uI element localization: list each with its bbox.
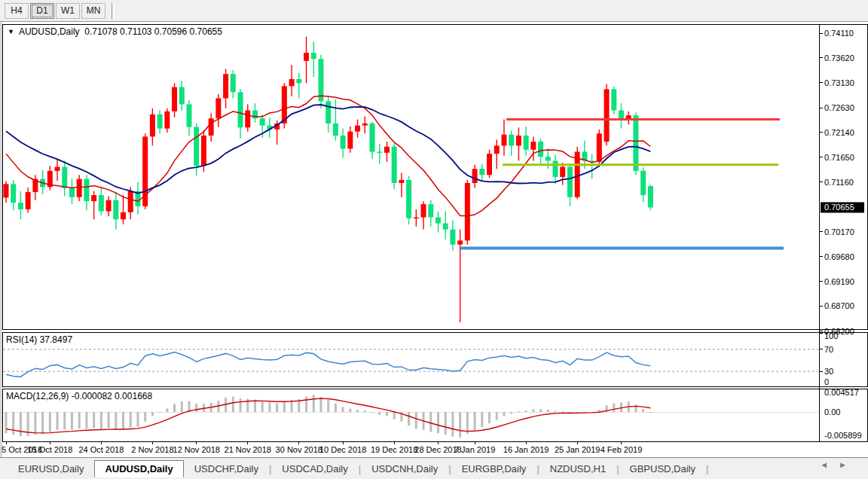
price-tick-label: 0.69680 [824,252,854,261]
price-tick-label: 0.71650 [824,153,854,162]
candle-body [611,89,616,110]
macd-histogram-bar [100,412,102,429]
chart-window: ▼AUDUSD,Daily 0.71078 0.71103 0.70596 0.… [0,22,868,457]
candle-body [428,204,433,217]
symbol-tab-usdchf[interactable]: USDCHF,Daily [184,460,269,477]
candle-body [487,154,492,175]
date-tick-label: 15 Oct 2018 [27,445,72,454]
macd-histogram-bar [555,411,557,412]
macd-histogram-bar [159,412,161,413]
toolbar-separator [112,2,115,19]
candle-body [245,111,250,128]
candle-body [62,167,67,188]
tab-scroll-left-icon[interactable]: ◄ [820,460,839,469]
macd-histogram-bar [429,412,432,432]
symbol-tab-eurgbp[interactable]: EURGBP,Daily [451,460,537,477]
price-tick-label: 0.72140 [824,128,854,137]
candle-body [457,240,463,244]
candle-body [516,136,521,145]
macd-histogram-bar [305,396,307,412]
candle-body [450,230,455,245]
macd-histogram-bar [195,404,197,412]
candle-body [84,179,89,201]
candle-body [567,167,573,197]
rsi-axis-label: 0 [824,377,829,386]
candle-body [479,169,484,175]
candle-body [392,147,397,183]
timeframe-button-h4[interactable]: H4 [5,3,29,19]
macd-histogram-bar [151,412,154,416]
timeframe-button-mn[interactable]: MN [81,3,105,19]
macd-histogram-bar [327,400,329,412]
macd-histogram-bar [561,411,564,412]
candle-wick [379,144,380,164]
macd-histogram-bar [642,409,644,412]
macd-histogram-bar [474,412,476,430]
price-tick-label: 0.73130 [824,78,854,87]
candle-body [91,195,96,201]
macd-histogram-bar [313,395,315,412]
symbol-dropdown-icon[interactable]: ▼ [8,28,14,35]
date-tick-label: 21 Nov 2018 [225,445,271,454]
candle-body [238,92,243,127]
macd-histogram-bar [547,410,549,412]
candle-body [633,115,638,171]
symbol-tab-eurusd[interactable]: EURUSD,Daily [8,460,94,477]
candle-wick [591,154,592,179]
tab-scroll-right-icon[interactable]: ► [839,460,857,469]
chart-symbol-period: AUDUSD,Daily [19,26,80,37]
macd-histogram-bar [378,412,381,415]
macd-histogram-bar [122,412,124,429]
price-tick-label: 0.73620 [824,53,854,63]
candle-body [524,136,529,150]
macd-histogram-bar [415,412,417,429]
macd-histogram-bar [356,410,359,412]
rsi-value: 37.8497 [40,334,72,345]
candle-body [362,124,368,126]
macd-histogram-bar [34,412,36,435]
macd-histogram-bar [63,412,66,429]
macd-histogram-bar [166,408,168,412]
candle-body [494,145,500,154]
candle-body [201,136,206,166]
current-price-label: 0.70655 [824,203,854,212]
macd-histogram-bar [85,412,87,429]
macd-histogram-bar [108,412,110,429]
symbol-tab-gbpusd[interactable]: GBPUSD,Daily [619,460,706,477]
timeframe-button-d1[interactable]: D1 [30,3,54,19]
candle-body [560,167,565,177]
candle-body [128,191,133,212]
symbol-tab-nzdusd[interactable]: NZDUSD,H1 [539,460,616,477]
candle-body [150,114,155,136]
macd-histogram-bar [525,410,527,412]
macd-histogram-bar [5,412,8,433]
candle-body [604,89,610,142]
symbol-tab-usdcad[interactable]: USDCAD,Daily [271,460,358,477]
price-tick-label: 0.74110 [824,29,854,38]
candle-body [187,104,192,127]
timeframe-button-w1[interactable]: W1 [56,3,80,19]
macd-histogram-bar [649,412,652,413]
macd-histogram-bar [12,412,14,435]
macd-histogram-bar [181,401,183,412]
macd-histogram-bar [620,402,622,412]
candle-body [355,126,360,132]
candle-wick [298,73,299,98]
candle-body [640,171,646,195]
candle-body [215,98,221,118]
candle-body [231,74,236,92]
candle-body [347,132,353,149]
symbol-tab-bar: EURUSD,DailyAUDUSD,DailyUSDCHF,Daily|USD… [0,457,868,479]
chart-title: ▼AUDUSD,Daily 0.71078 0.71103 0.70596 0.… [8,26,222,37]
macd-histogram-bar [364,410,366,412]
macd-histogram-bar [459,412,461,438]
macd-histogram-bar [386,412,388,416]
rsi-axis-label: 70 [824,345,833,354]
candle-body [370,124,375,152]
symbol-tab-usdcnh[interactable]: USDCNH,Daily [361,460,448,477]
candle-body [164,111,170,129]
macd-histogram-bar [283,401,286,412]
macd-histogram-bar [466,412,469,434]
symbol-tab-audusd[interactable]: AUDUSD,Daily [94,460,183,477]
candle-body [289,79,295,86]
